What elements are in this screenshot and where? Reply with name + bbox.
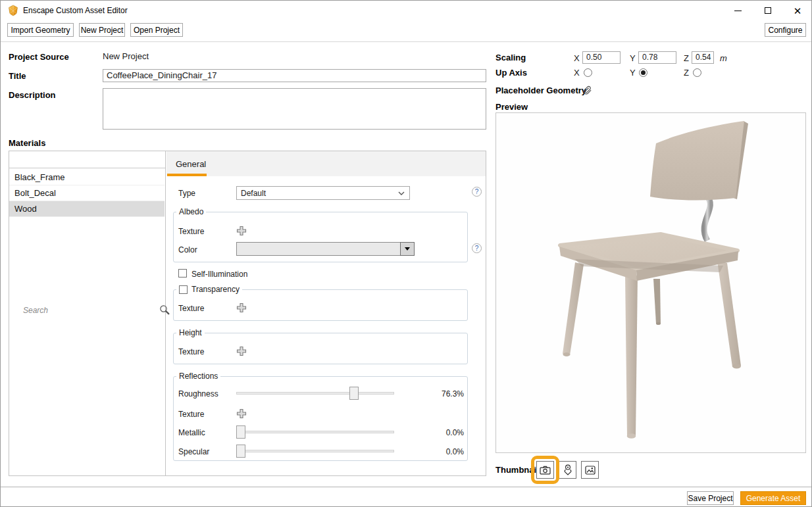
materials-search-input[interactable]: Search bbox=[9, 151, 165, 168]
material-item-bolt-decal[interactable]: Bolt_Decal bbox=[9, 185, 165, 201]
metallic-slider[interactable] bbox=[236, 425, 394, 439]
metallic-value: 0.0% bbox=[398, 428, 464, 437]
search-placeholder: Search bbox=[23, 306, 48, 315]
reflections-texture-label: Texture bbox=[178, 410, 204, 419]
transparency-group: Transparency bbox=[173, 285, 468, 321]
open-project-button[interactable]: Open Project bbox=[130, 23, 183, 37]
roughness-slider[interactable] bbox=[236, 387, 394, 400]
scaling-x-label: X bbox=[574, 53, 580, 63]
albedo-texture-label: Texture bbox=[178, 227, 204, 236]
search-icon bbox=[159, 304, 170, 316]
albedo-legend: Albedo bbox=[179, 207, 203, 216]
project-source-label: Project Source bbox=[9, 52, 69, 62]
add-texture-icon[interactable] bbox=[236, 302, 247, 313]
metallic-label: Metallic bbox=[178, 428, 205, 437]
slider-track bbox=[236, 392, 394, 395]
up-axis-z-label: Z bbox=[684, 68, 689, 78]
height-legend: Height bbox=[179, 328, 202, 337]
specular-label: Specular bbox=[178, 447, 209, 456]
transparency-checkbox[interactable] bbox=[179, 285, 188, 294]
image-icon bbox=[585, 466, 596, 475]
tab-general[interactable]: General bbox=[176, 159, 206, 169]
tab-active-underline bbox=[167, 174, 207, 176]
height-group: Height bbox=[173, 328, 468, 364]
generate-asset-button[interactable]: Generate Asset bbox=[740, 491, 806, 505]
albedo-color-dropdown-button[interactable] bbox=[400, 242, 415, 256]
help-icon[interactable]: ? bbox=[472, 243, 482, 253]
description-label: Description bbox=[9, 90, 56, 100]
title-label: Title bbox=[9, 71, 26, 81]
help-icon[interactable]: ? bbox=[472, 187, 482, 197]
scaling-label: Scaling bbox=[495, 53, 526, 62]
triangle-down-icon bbox=[405, 247, 410, 251]
description-input[interactable] bbox=[103, 88, 486, 130]
up-axis-z-radio[interactable] bbox=[693, 68, 701, 77]
add-texture-icon[interactable] bbox=[236, 346, 247, 356]
up-axis-x-radio[interactable] bbox=[584, 68, 592, 77]
scaling-unit: m bbox=[720, 53, 727, 63]
scaling-y-input[interactable]: 0.78 bbox=[638, 51, 676, 64]
scaling-z-label: Z bbox=[684, 53, 689, 63]
close-icon: ✕ bbox=[794, 6, 802, 16]
save-project-button[interactable]: Save Project bbox=[687, 491, 734, 505]
reflections-legend: Reflections bbox=[179, 372, 218, 381]
maximize-icon bbox=[765, 7, 771, 14]
up-axis-x-label: X bbox=[574, 68, 580, 78]
material-item-black-frame[interactable]: Black_Frame bbox=[9, 170, 165, 185]
height-texture-label: Texture bbox=[178, 347, 204, 356]
toolbar-divider bbox=[1, 41, 811, 42]
scaling-x-input[interactable]: 0.50 bbox=[582, 51, 621, 64]
preview-viewport[interactable] bbox=[495, 112, 806, 453]
roughness-label: Roughness bbox=[178, 389, 218, 398]
slider-handle[interactable] bbox=[236, 425, 245, 439]
scaling-y-label: Y bbox=[630, 53, 636, 63]
maximize-button[interactable] bbox=[753, 1, 782, 20]
app-window: Enscape Custom Asset Editor ✕ Import Geo… bbox=[0, 0, 812, 507]
slider-handle[interactable] bbox=[349, 387, 359, 400]
scaling-z-input[interactable]: 0.54 bbox=[692, 51, 714, 64]
albedo-color-label: Color bbox=[178, 245, 197, 254]
window-title: Enscape Custom Asset Editor bbox=[23, 6, 128, 15]
paperclip-icon[interactable] bbox=[582, 85, 593, 96]
location-pin-icon bbox=[563, 464, 572, 475]
preview-label: Preview bbox=[495, 102, 528, 112]
up-axis-label: Up Axis bbox=[495, 68, 527, 78]
add-texture-icon[interactable] bbox=[236, 226, 247, 236]
material-item-wood[interactable]: Wood bbox=[9, 201, 165, 217]
title-bar: Enscape Custom Asset Editor ✕ bbox=[1, 1, 811, 20]
minimize-icon bbox=[734, 11, 742, 11]
chevron-down-icon bbox=[398, 191, 405, 196]
slider-handle[interactable] bbox=[236, 445, 245, 458]
type-dropdown[interactable]: Default bbox=[236, 186, 410, 200]
self-illumination-checkbox[interactable] bbox=[178, 269, 187, 278]
project-source-value: New Project bbox=[103, 51, 149, 61]
new-project-button[interactable]: New Project bbox=[79, 23, 125, 37]
import-geometry-button[interactable]: Import Geometry bbox=[7, 23, 74, 37]
specular-slider[interactable] bbox=[236, 445, 394, 458]
thumbnail-image-button[interactable] bbox=[581, 461, 599, 479]
chair-render bbox=[496, 113, 805, 452]
placeholder-geometry-label: Placeholder Geometry bbox=[495, 85, 586, 95]
self-illumination-label: Self-Illumination bbox=[191, 270, 247, 279]
albedo-color-swatch[interactable] bbox=[236, 242, 401, 256]
type-value: Default bbox=[241, 189, 266, 198]
enscape-logo-icon bbox=[7, 5, 19, 16]
slider-track bbox=[236, 450, 394, 452]
add-texture-icon[interactable] bbox=[236, 408, 247, 419]
up-axis-y-label: Y bbox=[630, 68, 636, 78]
configure-button[interactable]: Configure bbox=[765, 23, 806, 37]
roughness-value: 76.3% bbox=[398, 389, 464, 398]
footer-divider bbox=[1, 487, 811, 487]
close-button[interactable]: ✕ bbox=[782, 1, 812, 20]
up-axis-y-radio[interactable] bbox=[639, 68, 647, 77]
thumbnail-viewpoint-button[interactable] bbox=[559, 461, 576, 479]
materials-heading: Materials bbox=[9, 138, 45, 148]
annotation-highlight-ring bbox=[531, 456, 559, 484]
specular-value: 0.0% bbox=[398, 447, 464, 456]
minimize-button[interactable] bbox=[723, 1, 753, 20]
editor-tab-strip bbox=[166, 151, 486, 176]
transparency-texture-label: Texture bbox=[178, 304, 204, 313]
title-input[interactable]: CoffeePlace_DiningChair_17 bbox=[103, 69, 486, 82]
transparency-legend: Transparency bbox=[191, 285, 240, 294]
slider-track bbox=[236, 431, 394, 433]
